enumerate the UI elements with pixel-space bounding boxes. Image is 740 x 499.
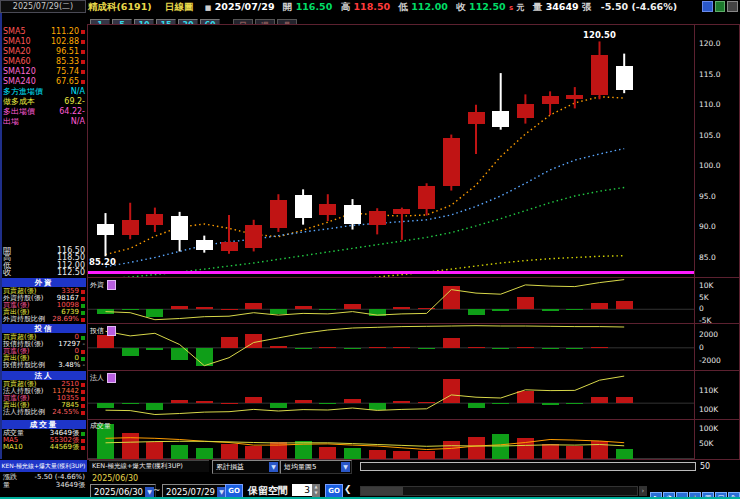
volume-panel[interactable]	[87, 420, 695, 459]
low-label: 低	[398, 1, 408, 12]
scrollbar-thumb[interactable]	[361, 487, 403, 495]
indicator-bar	[319, 309, 336, 310]
axis-label: 95.0	[699, 193, 716, 201]
axis-label: 110K	[699, 387, 718, 395]
axis-label: 2000	[699, 331, 718, 339]
sidebar-row: 投信持股比例3.48%-	[3, 362, 85, 369]
sidebar-section-trust-header: 投信	[2, 324, 86, 333]
separator	[87, 25, 88, 459]
sidebar-section-corp: 買賣超(張)2510法人持股(張)117442買進(張)10355賣出(張)78…	[3, 381, 85, 416]
indicator-bar	[418, 402, 435, 403]
separator	[87, 277, 740, 278]
sidebar-row: 收112.50	[3, 270, 85, 278]
window-control-icons[interactable]	[702, 1, 738, 11]
sidebar-row: 多出場價64.22-	[3, 107, 85, 117]
indicator-bar	[591, 397, 608, 403]
axis-label: 5K	[699, 294, 709, 302]
indicator-bar	[566, 348, 583, 349]
tag-icon[interactable]	[107, 373, 116, 383]
sidebar-row: 做多成本69.2-	[3, 97, 85, 107]
indicator-bar	[97, 335, 114, 348]
indicator-bar	[393, 401, 410, 403]
chevron-down-icon[interactable]: ▼	[341, 462, 350, 472]
indicator-bar	[344, 304, 361, 309]
corp-axis: 110K100K	[695, 371, 740, 418]
left-edge-accent	[0, 13, 2, 459]
volume-bar	[171, 445, 188, 459]
indicator-bar	[616, 397, 633, 403]
trend-marker-icon: -	[82, 362, 85, 369]
strategy-tab-active[interactable]: KEN-極光線+爆大量(獲利3UP)	[0, 460, 87, 472]
trend-marker-icon	[81, 357, 85, 361]
candle	[517, 104, 534, 118]
main-candlestick-chart[interactable]: 120.5085.20	[87, 25, 695, 277]
trend-marker-icon	[81, 432, 85, 436]
scroll-right-arrow[interactable]: ›	[639, 486, 647, 496]
sidebar-row: SMA6085.33	[3, 57, 85, 67]
volume-bar	[468, 437, 485, 459]
volume-bar	[369, 450, 386, 459]
foreign-investors-panel[interactable]	[87, 278, 695, 322]
trend-marker-icon	[81, 383, 85, 387]
trend-marker-icon	[81, 80, 85, 84]
high-label: 高	[341, 1, 351, 12]
window-icon-blue[interactable]	[702, 1, 713, 12]
sidebar-row: SMA5111.20	[3, 27, 85, 37]
indicator-bar	[468, 347, 485, 348]
indicator-bar	[270, 309, 287, 314]
trend-marker-icon	[81, 439, 85, 443]
chart-type-label[interactable]: 日線圖	[165, 1, 194, 12]
header-bar: 精成科(6191) 日線圖 ■ 2025/07/29 開 116.50 高 11…	[88, 0, 700, 13]
volume-bar	[196, 448, 213, 459]
trend-marker-icon	[81, 30, 85, 34]
axis-label: 0	[699, 305, 704, 313]
institutional-panel[interactable]	[87, 371, 695, 418]
tag-icon[interactable]	[107, 326, 116, 336]
pnl-dropdown[interactable]: 累計損益▼	[212, 460, 280, 474]
volume-bar	[591, 441, 608, 459]
date-square-icon: ■	[205, 4, 212, 12]
volume-bar	[418, 451, 435, 459]
volume-bar	[344, 448, 361, 459]
indicator-bar	[196, 401, 213, 403]
sidebar-row: 量34649張	[3, 481, 85, 489]
volume-bar	[616, 449, 633, 459]
reserve-space-stepper[interactable]: ▲▼	[312, 484, 320, 497]
horizontal-scrollbar[interactable]	[360, 486, 638, 496]
sidebar-section-volume: 成交量34649張MA555302張MA1044569張	[3, 430, 85, 451]
window-icon-gray[interactable]	[727, 1, 738, 12]
volume-bar	[443, 441, 460, 459]
trust-panel[interactable]	[87, 324, 695, 369]
chevron-down-icon[interactable]: ▼	[269, 462, 278, 472]
back-arrow-button[interactable]: ❮	[344, 484, 352, 494]
sidebar-row: SMA10102.88	[3, 37, 85, 47]
indicator-bar	[146, 309, 163, 316]
trend-marker-icon	[81, 446, 85, 450]
indicator-bar	[221, 403, 238, 404]
sidebar-row: 出場N/A	[3, 117, 85, 127]
volume-unit: 張	[582, 1, 592, 12]
sidebar-section-trust: 買賣超(張)0投信持股(張)17297-買進(張)0賣出(張)0投信持股比例3.…	[3, 334, 85, 369]
volume-bar	[122, 433, 139, 459]
sidebar-row: SMA24067.65	[3, 77, 85, 87]
strategy-tab[interactable]: KEN-極光線+爆大量(獲利3UP)	[89, 460, 209, 472]
trend-marker-icon	[81, 297, 85, 301]
axis-label: 85.0	[699, 254, 716, 262]
tag-icon[interactable]	[107, 280, 116, 290]
axis-label: 110.0	[699, 101, 720, 109]
indicator-bar	[492, 403, 509, 404]
zoom-slider[interactable]	[360, 462, 696, 471]
high-price-annotation: 120.50	[583, 30, 616, 40]
indicator-bar	[146, 348, 163, 351]
trend-marker-icon	[81, 404, 85, 408]
reserve-space-input[interactable]: 3	[292, 484, 312, 496]
indicator-bar	[542, 348, 559, 349]
volume-bar	[566, 446, 583, 459]
trend-marker-icon	[81, 336, 85, 340]
window-icon-green[interactable]	[715, 1, 726, 12]
candle	[468, 112, 485, 124]
indicator-bar	[122, 348, 139, 356]
avg-volume-dropdown[interactable]: 短均量圖5▼	[280, 460, 352, 474]
indicator-bar	[492, 348, 509, 349]
indicator-bar	[344, 348, 361, 349]
